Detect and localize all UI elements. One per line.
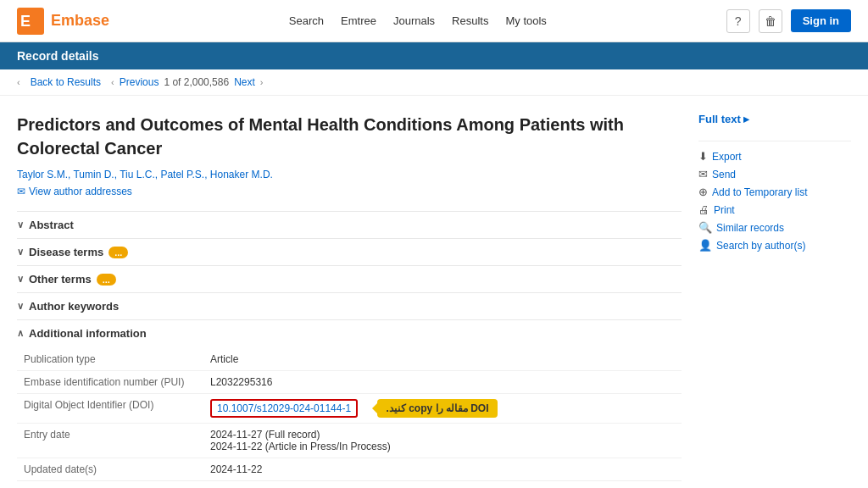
emtree-nav-link[interactable]: Emtree (341, 14, 376, 27)
author-keywords-header[interactable]: ∨ Author keywords (17, 300, 682, 313)
entry-date-cell: 2024-11-27 (Full record) 2024-11-22 (Art… (203, 424, 682, 458)
elsevier-logo-icon: E (17, 8, 44, 35)
add-to-list-label: Add to Temporary list (712, 186, 808, 198)
additional-info-header[interactable]: ∧ Additional information (17, 327, 682, 340)
prev-chevron-icon: ‹ (111, 77, 114, 87)
export-label: Export (712, 151, 742, 163)
doi-label: Digital Object Identifier (DOI) (17, 394, 203, 424)
next-chevron-icon: › (260, 77, 264, 87)
results-nav-link[interactable]: Results (452, 14, 488, 27)
embase-id-value: L2032295316 (203, 371, 682, 394)
other-terms-section: ∨ Other terms ... (17, 265, 682, 292)
embase-id-row: Embase identification number (PUI) L2032… (17, 371, 682, 394)
pub-type-value: Article (203, 348, 682, 371)
author-keywords-section: ∨ Author keywords (17, 292, 682, 319)
disease-chevron-icon: ∨ (17, 247, 24, 258)
authors[interactable]: Taylor S.M., Tumin D., Tiu L.C., Patel P… (17, 169, 682, 180)
entry-date-value1: 2024-11-27 (Full record) (210, 429, 675, 441)
other-terms-header[interactable]: ∨ Other terms ... (17, 273, 682, 286)
journals-nav-link[interactable]: Journals (393, 14, 435, 27)
other-terms-label: Other terms (29, 273, 92, 286)
doi-value[interactable]: 10.1007/s12029-024-01144-1 (210, 399, 358, 418)
header-actions: ? 🗑 Sign in (726, 9, 851, 33)
search-by-author-icon: 👤 (698, 239, 712, 252)
search-by-author-link[interactable]: 👤 Search by author(s) (698, 239, 851, 252)
embase-id-label: Embase identification number (PUI) (17, 371, 203, 394)
full-text-link[interactable]: Full text ▸ (698, 113, 851, 125)
updated-value: 2024-11-22 (203, 458, 682, 481)
author-keywords-chevron-icon: ∨ (17, 301, 24, 312)
record-counter: 1 of 2,000,586 (164, 76, 229, 88)
breadcrumb: ‹ Back to Results ‹ Previous 1 of 2,000,… (0, 69, 868, 96)
other-terms-badge: ... (97, 274, 116, 286)
view-addresses-link[interactable]: ✉ View author addresses (17, 186, 682, 197)
disease-terms-badge: ... (108, 247, 128, 258)
pub-type-row: Publication type Article (17, 348, 682, 371)
main-nav: Search Emtree Journals Results My tools (289, 14, 547, 27)
similar-records-icon: 🔍 (698, 221, 712, 234)
similar-records-label: Similar records (716, 222, 784, 234)
prev-link[interactable]: Previous (120, 76, 159, 88)
print-link[interactable]: 🖨 Print (698, 203, 851, 216)
logo-area: E Embase (17, 8, 109, 35)
abstract-chevron-icon: ∨ (17, 219, 24, 230)
add-to-list-link[interactable]: ⊕ Add to Temporary list (698, 186, 851, 198)
print-label: Print (714, 204, 735, 216)
export-icon: ⬇ (698, 150, 708, 163)
sidebar-divider-1 (698, 141, 851, 141)
search-by-author-label: Search by author(s) (716, 240, 805, 252)
sign-in-button[interactable]: Sign in (791, 9, 851, 32)
embase-logo-text: Embase (51, 12, 109, 30)
main-content: Predictors and Outcomes of Mental Health… (0, 96, 868, 488)
disease-terms-section: ∨ Disease terms ... (17, 238, 682, 265)
my-tools-nav-link[interactable]: My tools (505, 14, 546, 27)
entry-date-label: Entry date (17, 424, 203, 458)
right-sidebar: Full text ▸ ⬇ Export ✉ Send ⊕ Add to Tem… (698, 113, 851, 488)
send-link[interactable]: ✉ Send (698, 168, 851, 180)
svg-text:E: E (20, 13, 31, 30)
add-to-list-icon: ⊕ (698, 186, 708, 198)
header: E Embase Search Emtree Journals Results … (0, 0, 868, 42)
doi-cell: 10.1007/s12029-024-01144-1 DOI مقاله را … (203, 394, 682, 424)
export-link[interactable]: ⬇ Export (698, 150, 851, 163)
updated-row: Updated date(s) 2024-11-22 (17, 458, 682, 481)
other-terms-chevron-icon: ∨ (17, 274, 24, 285)
article-title: Predictors and Outcomes of Mental Health… (17, 113, 682, 160)
abstract-section: ∨ Abstract (17, 211, 682, 238)
updated-label: Updated date(s) (17, 458, 203, 481)
doi-annotation-callout: DOI مقاله را copy کنید. (377, 399, 497, 418)
record-bar-title: Record details (17, 49, 98, 63)
abstract-label: Abstract (29, 219, 74, 231)
entry-date-value2: 2024-11-22 (Article in Press/In Process) (210, 441, 675, 452)
send-label: Send (712, 169, 736, 180)
pub-type-label: Publication type (17, 348, 203, 371)
additional-info-section: ∧ Additional information Publication typ… (17, 319, 682, 488)
send-icon: ✉ (698, 168, 708, 180)
next-link[interactable]: Next (234, 76, 255, 88)
search-nav-link[interactable]: Search (289, 14, 324, 27)
doi-annotation-text: DOI مقاله را copy کنید. (386, 402, 488, 414)
author-keywords-label: Author keywords (29, 300, 119, 313)
additional-info-chevron-icon: ∧ (17, 328, 24, 339)
entry-date-row: Entry date 2024-11-27 (Full record) 2024… (17, 424, 682, 458)
back-chevron-icon: ‹ (17, 77, 20, 87)
record-details-bar: Record details (0, 42, 868, 69)
abstract-header[interactable]: ∨ Abstract (17, 219, 682, 231)
address-icon: ✉ (17, 186, 25, 197)
doi-row: Digital Object Identifier (DOI) 10.1007/… (17, 394, 682, 424)
article-content: Predictors and Outcomes of Mental Health… (17, 113, 682, 488)
help-icon-button[interactable]: ? (726, 9, 750, 33)
sidebar-links: Full text ▸ ⬇ Export ✉ Send ⊕ Add to Tem… (698, 113, 851, 252)
disease-terms-header[interactable]: ∨ Disease terms ... (17, 246, 682, 258)
disease-terms-label: Disease terms (29, 246, 103, 258)
trash-icon-button[interactable]: 🗑 (759, 9, 782, 33)
pagination-nav: ‹ Previous 1 of 2,000,586 Next › (111, 76, 263, 88)
similar-records-link[interactable]: 🔍 Similar records (698, 221, 851, 234)
additional-info-label: Additional information (29, 327, 147, 340)
additional-info-table: Publication type Article Embase identifi… (17, 348, 682, 481)
back-to-results-link[interactable]: Back to Results (31, 76, 101, 88)
print-icon: 🖨 (698, 203, 709, 216)
